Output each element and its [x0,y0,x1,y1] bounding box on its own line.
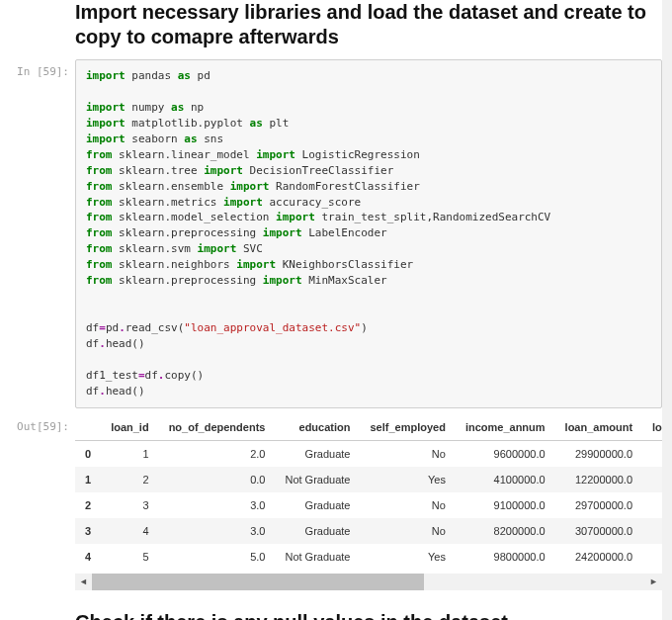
table-cell: 30700000.0 [555,518,642,544]
row-index: 3 [75,518,101,544]
code-cell-59: In [59]: import pandas as pd import nump… [0,59,662,408]
table-cell: Not Graduate [275,544,360,570]
table-header: no_of_dependents [159,414,276,441]
code-input-59[interactable]: import pandas as pd import numpy as np i… [75,59,662,408]
row-index: 4 [75,544,101,570]
table-cell: 9100000.0 [456,492,555,518]
table-cell: 29900000.0 [555,440,642,467]
dataframe-output: loan_idno_of_dependentseducationself_emp… [75,414,662,570]
table-cell: 8.0 [642,467,662,492]
table-cell: 5.0 [159,544,276,570]
scroll-left-arrow-icon[interactable]: ◄ [75,574,92,590]
table-cell: Graduate [275,518,360,544]
table-row: 343.0GraduateNo8200000.030700000.08.0467… [75,518,662,544]
scroll-right-arrow-icon[interactable]: ► [645,574,662,590]
horizontal-scrollbar[interactable]: ◄ ► [75,574,662,590]
table-cell: 3 [101,492,159,518]
dataframe-table: loan_idno_of_dependentseducationself_emp… [75,414,662,570]
table-header [75,414,101,441]
table-cell: 2.0 [159,440,276,467]
table-cell: 9600000.0 [456,440,555,467]
prompt-out-59: Out[59]: [0,414,75,433]
table-cell: 20.0 [642,492,662,518]
table-header: self_employed [360,414,455,441]
scrollbar-thumb[interactable] [92,574,424,590]
table-row: 012.0GraduateNo9600000.029900000.012.077… [75,440,662,467]
vertical-scrollbar-gutter[interactable] [662,0,672,620]
table-cell: 4 [101,518,159,544]
table-cell: 24200000.0 [555,544,642,570]
table-header: loan_id [101,414,159,441]
table-row: 233.0GraduateNo9100000.029700000.020.050… [75,492,662,518]
table-cell: 9800000.0 [456,544,555,570]
table-cell: Graduate [275,492,360,518]
table-cell: No [360,492,455,518]
prompt-in-59: In [59]: [0,59,75,78]
table-cell: No [360,440,455,467]
table-cell: 3.0 [159,518,276,544]
table-cell: 1 [101,440,159,467]
table-cell: 4100000.0 [456,467,555,492]
row-index: 1 [75,467,101,492]
table-header: income_annum [456,414,555,441]
table-cell: No [360,518,455,544]
table-cell: 2 [101,467,159,492]
table-header: loan_term [642,414,662,441]
table-cell: 5 [101,544,159,570]
table-cell: 0.0 [159,467,276,492]
table-row: 455.0Not GraduateYes9800000.024200000.02… [75,544,662,570]
table-cell: 12.0 [642,440,662,467]
table-cell: 20.0 [642,544,662,570]
table-cell: 8.0 [642,518,662,544]
table-cell: Not Graduate [275,467,360,492]
table-cell: Yes [360,544,455,570]
table-header: education [275,414,360,441]
output-cell-59: Out[59]: loan_idno_of_dependentseducatio… [0,414,662,590]
table-cell: 12200000.0 [555,467,642,492]
section-heading-imports: Import necessary libraries and load the … [0,0,662,59]
table-cell: 29700000.0 [555,492,642,518]
table-cell: Graduate [275,440,360,467]
row-index: 0 [75,440,101,467]
table-cell: Yes [360,467,455,492]
table-row: 120.0Not GraduateYes4100000.012200000.08… [75,467,662,492]
table-cell: 8200000.0 [456,518,555,544]
scrollbar-track[interactable] [92,574,645,590]
table-header: loan_amount [555,414,642,441]
table-cell: 3.0 [159,492,276,518]
section-heading-nulls: Check if there is any null values in the… [0,596,662,620]
row-index: 2 [75,492,101,518]
